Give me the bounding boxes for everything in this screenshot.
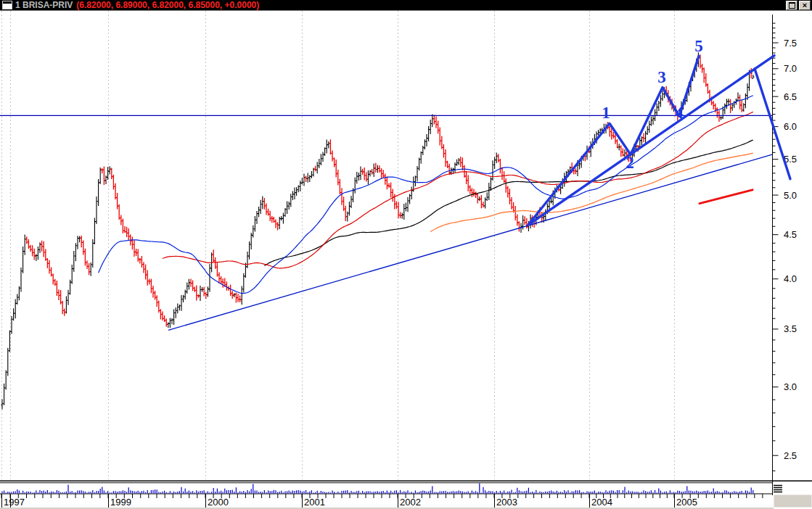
year-label: 1997	[4, 497, 25, 508]
sma-140w-line	[264, 140, 752, 266]
x-axis: 19971999200020012002200320042005	[1, 494, 763, 508]
year-gridlines	[2, 11, 675, 479]
sma-52w-line	[99, 96, 753, 294]
price-tick-label: 2.5	[784, 450, 797, 461]
price-tick-label: 3.0	[784, 381, 797, 392]
restore-button[interactable]	[786, 1, 797, 10]
close-icon: ×	[803, 2, 807, 9]
metastock-chart-window: 199719992000200120022003200420057.57.06.…	[0, 0, 812, 509]
price-tick-label: 5.0	[784, 190, 797, 201]
chart-canvas[interactable]: 199719992000200120022003200420057.57.06.…	[0, 0, 812, 509]
year-label: 2001	[304, 497, 325, 508]
year-label: 2000	[208, 497, 229, 508]
price-bars	[1, 52, 754, 409]
scrollbar-corner	[774, 494, 812, 508]
price-tick-label: 3.5	[784, 323, 797, 334]
price-tick-label: 4.0	[784, 273, 797, 284]
price-tick-label: 7.0	[784, 63, 797, 74]
window-title-symbol: 1 BRISA-PRIV	[15, 0, 73, 10]
year-label: 2003	[496, 497, 517, 508]
wave-label-3: 3	[657, 68, 666, 86]
wave-label-4: 4	[675, 104, 684, 122]
year-label: 2002	[400, 497, 421, 508]
price-tick-label: 6.0	[784, 121, 797, 132]
down-bars	[25, 54, 752, 327]
year-label: 2005	[676, 497, 697, 508]
long-uptrend-line	[168, 154, 772, 330]
moving-averages	[99, 96, 753, 294]
close-button[interactable]: ×	[799, 1, 811, 10]
red-trend-segment	[700, 190, 752, 204]
wave-label-2: 2	[626, 154, 634, 172]
window-title-quote: (6.82000, 6.89000, 6.82000, 6.85000, +0.…	[76, 0, 259, 10]
panel-resize-handle-icon	[774, 486, 782, 492]
price-chart[interactable]: 199719992000200120022003200420057.57.06.…	[0, 0, 812, 509]
wave-label-1: 1	[602, 104, 610, 122]
annotations	[0, 56, 790, 331]
elliott-wave-labels: 12345	[602, 37, 703, 172]
year-label: 2004	[591, 497, 612, 508]
elliott-channel-line	[528, 56, 774, 225]
restore-icon	[789, 2, 795, 9]
wave-label-5: 5	[694, 37, 703, 55]
elliott-zigzag-line	[528, 56, 699, 225]
price-tick-label: 4.5	[784, 229, 797, 240]
price-tick-label: 7.5	[784, 38, 797, 49]
y-axis: 7.57.06.56.05.55.04.54.03.53.02.5	[773, 15, 797, 495]
price-tick-label: 6.5	[784, 91, 797, 102]
sma-228w-line	[430, 153, 753, 231]
volume-bars	[2, 484, 753, 494]
up-bars	[1, 52, 754, 409]
year-label: 1999	[110, 497, 131, 508]
volume-panel	[0, 479, 812, 495]
chart-window-icon	[2, 1, 12, 9]
window-titlebar[interactable]: 1 BRISA-PRIV (6.82000, 6.89000, 6.82000,…	[0, 0, 812, 11]
